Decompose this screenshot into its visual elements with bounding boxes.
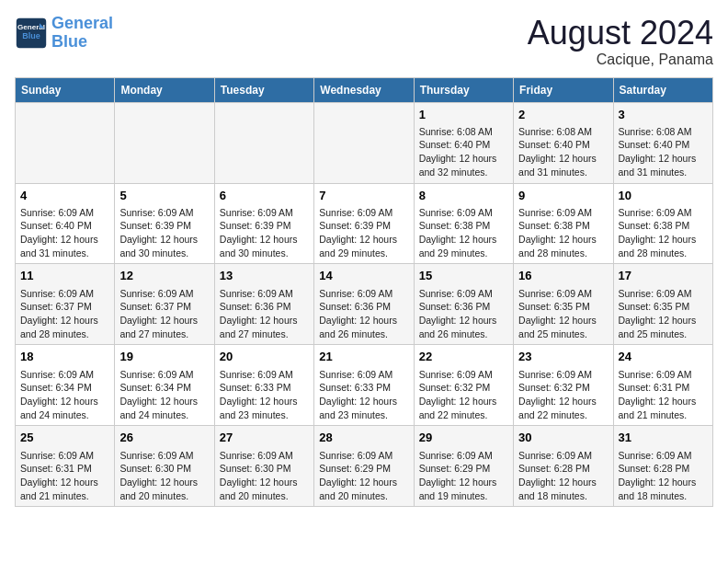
day-detail: Sunrise: 6:09 AM (220, 206, 309, 220)
day-detail: and 20 minutes. (319, 489, 408, 503)
day-number: 27 (220, 430, 309, 446)
day-detail: and 21 minutes. (619, 408, 708, 422)
day-detail: Daylight: 12 hours (220, 395, 309, 408)
day-detail: Daylight: 12 hours (419, 314, 508, 327)
day-detail: Sunset: 6:32 PM (419, 381, 508, 395)
calendar-cell: 22Sunrise: 6:09 AMSunset: 6:32 PMDayligh… (414, 345, 513, 426)
calendar-cell (314, 102, 414, 183)
day-detail: and 18 minutes. (518, 489, 608, 503)
calendar-week-5: 25Sunrise: 6:09 AMSunset: 6:31 PMDayligh… (16, 426, 713, 507)
day-detail: Sunset: 6:36 PM (220, 300, 309, 314)
day-detail: and 29 minutes. (319, 247, 408, 260)
calendar-body: 1Sunrise: 6:08 AMSunset: 6:40 PMDaylight… (16, 102, 713, 507)
day-number: 29 (419, 430, 508, 446)
calendar-cell: 14Sunrise: 6:09 AMSunset: 6:36 PMDayligh… (314, 264, 414, 345)
day-detail: Sunrise: 6:09 AM (220, 368, 309, 382)
day-detail: Sunset: 6:29 PM (319, 462, 408, 476)
day-detail: Daylight: 12 hours (119, 314, 209, 327)
day-detail: Sunrise: 6:09 AM (319, 368, 408, 382)
day-number: 21 (319, 349, 408, 365)
day-number: 6 (220, 188, 309, 204)
day-detail: Daylight: 12 hours (518, 395, 608, 408)
day-detail: Sunrise: 6:09 AM (619, 287, 708, 301)
day-detail: Daylight: 12 hours (419, 395, 508, 408)
day-number: 23 (518, 349, 608, 365)
calendar-cell: 13Sunrise: 6:09 AMSunset: 6:36 PMDayligh… (214, 264, 313, 345)
day-detail: Sunset: 6:36 PM (319, 300, 408, 314)
day-detail: Sunrise: 6:09 AM (619, 206, 708, 220)
day-detail: Sunset: 6:40 PM (419, 138, 508, 152)
day-detail: Daylight: 12 hours (518, 476, 608, 489)
day-detail: Sunrise: 6:09 AM (20, 206, 109, 220)
calendar-cell: 27Sunrise: 6:09 AMSunset: 6:30 PMDayligh… (214, 426, 313, 507)
calendar-cell: 11Sunrise: 6:09 AMSunset: 6:37 PMDayligh… (16, 264, 115, 345)
day-detail: Daylight: 12 hours (20, 395, 109, 408)
day-number: 10 (619, 188, 708, 204)
day-detail: Sunrise: 6:09 AM (518, 368, 608, 382)
col-wednesday: Wednesday (314, 77, 414, 102)
day-detail: and 26 minutes. (319, 327, 408, 341)
calendar-cell: 15Sunrise: 6:09 AMSunset: 6:36 PMDayligh… (414, 264, 513, 345)
calendar-cell: 21Sunrise: 6:09 AMSunset: 6:33 PMDayligh… (314, 345, 414, 426)
svg-text:Blue: Blue (22, 31, 40, 40)
day-detail: and 25 minutes. (518, 327, 608, 341)
day-detail: Daylight: 12 hours (518, 152, 608, 166)
calendar-cell (16, 102, 115, 183)
day-detail: and 31 minutes. (518, 166, 608, 179)
day-detail: Sunset: 6:31 PM (20, 462, 109, 476)
calendar-cell: 5Sunrise: 6:09 AMSunset: 6:39 PMDaylight… (115, 183, 214, 264)
day-detail: Sunrise: 6:09 AM (619, 449, 708, 463)
day-detail: Sunrise: 6:08 AM (619, 125, 708, 139)
day-number: 19 (119, 349, 209, 365)
day-detail: Sunset: 6:33 PM (220, 381, 309, 395)
day-detail: and 24 minutes. (20, 408, 109, 422)
calendar-cell: 25Sunrise: 6:09 AMSunset: 6:31 PMDayligh… (16, 426, 115, 507)
day-detail: and 26 minutes. (419, 327, 508, 341)
calendar-week-2: 4Sunrise: 6:09 AMSunset: 6:40 PMDaylight… (16, 183, 713, 264)
day-detail: Daylight: 12 hours (419, 233, 508, 247)
day-detail: Sunset: 6:40 PM (20, 219, 109, 233)
day-detail: and 23 minutes. (220, 408, 309, 422)
day-number: 30 (518, 430, 608, 446)
main-title: August 2024 (528, 15, 713, 52)
calendar-cell: 6Sunrise: 6:09 AMSunset: 6:39 PMDaylight… (214, 183, 313, 264)
col-sunday: Sunday (16, 77, 115, 102)
day-detail: Sunrise: 6:09 AM (419, 287, 508, 301)
day-detail: Daylight: 12 hours (119, 476, 209, 489)
calendar-cell: 31Sunrise: 6:09 AMSunset: 6:28 PMDayligh… (613, 426, 712, 507)
day-detail: and 20 minutes. (119, 489, 209, 503)
day-detail: Sunset: 6:37 PM (20, 300, 109, 314)
calendar-cell: 24Sunrise: 6:09 AMSunset: 6:31 PMDayligh… (613, 345, 712, 426)
day-detail: Daylight: 12 hours (319, 395, 408, 408)
subtitle: Cacique, Panama (528, 52, 713, 68)
day-detail: Sunrise: 6:09 AM (220, 287, 309, 301)
day-detail: Daylight: 12 hours (619, 152, 708, 166)
day-number: 28 (319, 430, 408, 446)
calendar-cell: 12Sunrise: 6:09 AMSunset: 6:37 PMDayligh… (115, 264, 214, 345)
day-detail: Daylight: 12 hours (220, 476, 309, 489)
day-detail: Daylight: 12 hours (220, 233, 309, 247)
day-detail: Daylight: 12 hours (619, 233, 708, 247)
day-number: 8 (419, 188, 508, 204)
day-number: 13 (220, 268, 309, 284)
day-number: 9 (518, 188, 608, 204)
day-number: 1 (419, 107, 508, 123)
day-detail: Sunset: 6:33 PM (319, 381, 408, 395)
day-detail: Sunset: 6:28 PM (518, 462, 608, 476)
day-detail: and 31 minutes. (619, 166, 708, 179)
day-detail: Sunset: 6:40 PM (619, 138, 708, 152)
day-number: 5 (119, 188, 209, 204)
day-detail: Daylight: 12 hours (619, 314, 708, 327)
calendar-week-1: 1Sunrise: 6:08 AMSunset: 6:40 PMDaylight… (16, 102, 713, 183)
day-detail: and 18 minutes. (619, 489, 708, 503)
day-detail: Sunrise: 6:09 AM (518, 449, 608, 463)
day-number: 17 (619, 268, 708, 284)
day-detail: Sunset: 6:37 PM (119, 300, 209, 314)
day-detail: Sunset: 6:32 PM (518, 381, 608, 395)
day-detail: Sunset: 6:34 PM (20, 381, 109, 395)
day-detail: Sunrise: 6:09 AM (419, 449, 508, 463)
calendar-cell (115, 102, 214, 183)
day-detail: Sunrise: 6:09 AM (419, 368, 508, 382)
calendar-cell: 7Sunrise: 6:09 AMSunset: 6:39 PMDaylight… (314, 183, 414, 264)
day-detail: and 21 minutes. (20, 489, 109, 503)
